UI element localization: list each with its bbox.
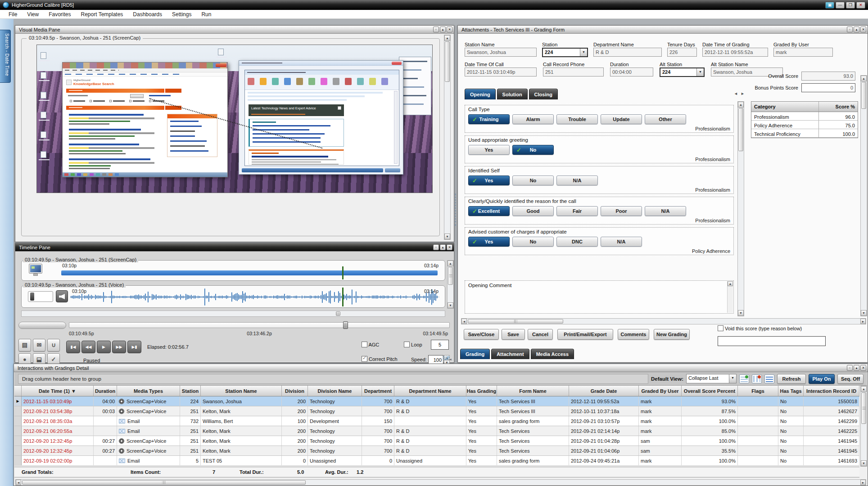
correct-pitch-checkbox[interactable] [362, 356, 367, 362]
seq-off-button[interactable]: Seq. Off [837, 374, 863, 384]
table-row[interactable]: 2012-09-20 12:32:45p00:27ScreenCap+Voice… [14, 436, 859, 446]
list-view-icon[interactable] [764, 374, 774, 383]
pane-pin-icon[interactable]: ▴ [854, 365, 859, 371]
seek-handle[interactable] [343, 321, 348, 329]
pane-restore-icon[interactable]: ▫ [847, 365, 853, 371]
score-header[interactable]: Score % [819, 102, 858, 112]
column-header-department[interactable]: Department [362, 386, 394, 396]
new-grading-button[interactable]: New Grading [654, 329, 690, 340]
option-fair[interactable]: Fair [556, 206, 598, 216]
comment-scrollbar[interactable]: ▲ [727, 281, 733, 313]
table-vscrollbar[interactable]: ▲ ▼ [860, 386, 867, 467]
column-header-station-name[interactable]: Station Name [201, 386, 282, 396]
table-row[interactable]: 2012-09-21 03:54:38p00:03ScreenCap+Voice… [14, 406, 859, 416]
grid-view-icon[interactable] [739, 374, 749, 383]
pane-restore-icon[interactable]: ▫ [433, 244, 439, 250]
column-header-department-name[interactable]: Department Name [394, 386, 466, 396]
fast-forward-button[interactable]: ▶▶ [112, 341, 126, 353]
option-n-a[interactable]: N/A [556, 176, 598, 185]
pane-pin-icon[interactable]: ▴ [440, 27, 446, 32]
print-email-export-button[interactable]: Print/Email/Export [557, 329, 613, 340]
table-row[interactable]: 2012-09-19 02:02:00pEmail5TEST 050Unassi… [14, 456, 859, 466]
screencap-image[interactable]: HigherGroundKnowledgeBase SearchLatest T… [36, 45, 433, 193]
attachment-icon[interactable]: ∪ [47, 339, 60, 351]
alt-station-select[interactable]: 224▼ [660, 68, 705, 77]
column-header-date-time-1-[interactable]: Date Time (1) ▼ [22, 386, 94, 396]
timeline-hscrollbar[interactable] [21, 310, 445, 317]
option-no[interactable]: No [512, 176, 554, 185]
duration-field[interactable]: 00:04:00 [610, 68, 653, 76]
column-header-division[interactable]: Division [282, 386, 308, 396]
voice-playhead[interactable] [342, 288, 344, 306]
station-select[interactable]: 224▼ [542, 48, 588, 57]
column-header-grade-date[interactable]: Grade Date [569, 386, 639, 396]
option-other[interactable]: Other [645, 114, 686, 124]
column-header-station[interactable]: Station [180, 386, 201, 396]
play-on-button[interactable]: Play On [809, 374, 835, 384]
rewind-button[interactable]: ◀◀ [81, 341, 95, 353]
tab-closing[interactable]: Closing [529, 89, 558, 99]
menu-run[interactable]: Run [196, 11, 216, 18]
menu-file[interactable]: File [4, 11, 22, 18]
table-row[interactable]: 2012-09-21 08:35:03aEmail732Williams, Be… [14, 416, 859, 426]
save-close-button[interactable]: Save/Close [464, 329, 499, 340]
loop-count-input[interactable]: 5 [431, 340, 449, 350]
column-header-media-types[interactable]: Media Types [117, 386, 180, 396]
menu-report-templates[interactable]: Report Templates [76, 11, 128, 18]
column-view-icon[interactable] [752, 374, 762, 383]
column-header-graded-by-user[interactable]: Graded By User [639, 386, 682, 396]
column-header-has-grading[interactable]: Has Grading [466, 386, 497, 396]
tab-scroll-arrows[interactable]: ◄► [734, 91, 747, 96]
menu-settings[interactable]: Settings [167, 11, 196, 18]
menu-dashboards[interactable]: Dashboards [128, 11, 167, 18]
volume-slider[interactable] [28, 291, 53, 302]
voice-track[interactable]: 03:10p 03:14p [21, 285, 445, 308]
option-yes[interactable]: Yes [468, 145, 510, 155]
chevron-down-icon[interactable]: ▼ [580, 49, 587, 56]
tab-grading[interactable]: Grading [460, 349, 490, 359]
column-header-has-tags[interactable]: Has Tags [778, 386, 804, 396]
column-header-division-name[interactable]: Division Name [308, 386, 362, 396]
graded-by-field[interactable]: mark [773, 48, 833, 57]
option-alarm[interactable]: Alarm [512, 114, 554, 124]
option-yes[interactable]: ✓Yes [468, 176, 510, 185]
default-view-select[interactable]: Collapse Last▼ [686, 374, 737, 383]
option-training[interactable]: ✓Training [468, 114, 510, 124]
department-name-field[interactable]: R & D [593, 48, 662, 57]
loop-checkbox[interactable] [404, 342, 410, 347]
column-header-duration[interactable]: Duration [94, 386, 117, 396]
pane-pin-icon[interactable]: ▴ [440, 244, 446, 250]
pane-close-icon[interactable]: ✕ [447, 244, 452, 250]
pane-close-icon[interactable]: ✕ [860, 365, 866, 371]
pane-close-icon[interactable]: ✕ [860, 27, 866, 32]
option-trouble[interactable]: Trouble [556, 114, 598, 124]
form-hscrollbar[interactable]: ◄ ► [461, 318, 866, 324]
seek-pill[interactable] [18, 322, 66, 329]
call-record-phone-field[interactable]: 251 [543, 68, 604, 76]
column-header-interaction-record-id[interactable]: Interaction Record ID [804, 386, 859, 396]
tab-media-access[interactable]: Media Access [531, 349, 574, 359]
tab-attachment[interactable]: Attachment [491, 349, 529, 359]
save-icon[interactable]: ▤ [18, 339, 31, 351]
tab-solution[interactable]: Solution [497, 89, 528, 99]
pane-restore-icon[interactable]: ▫ [847, 27, 853, 32]
column-header-overall-score-percent[interactable]: Overall Score Percent [682, 386, 738, 396]
group-by-area[interactable]: Drag column header here to group [18, 374, 648, 384]
voice-waveform[interactable] [70, 288, 439, 306]
grading-datetime-field[interactable]: 2012-12-11 09:55:52a [702, 48, 768, 57]
search-date-time-tab[interactable]: Search - Date Time [0, 30, 11, 83]
table-row[interactable]: 2012-09-20 12:32:45p00:27ScreenCap+Voice… [14, 446, 859, 456]
pane-restore-icon[interactable]: ▫ [433, 27, 439, 32]
opening-comment-box[interactable]: Opening Comment ▲ [465, 280, 734, 314]
question-scrollbar[interactable]: ▲ ▼ [737, 101, 744, 316]
play-button[interactable]: ▶ [97, 341, 111, 353]
chevron-down-icon[interactable]: ▼ [696, 68, 704, 76]
skip-end-button[interactable]: ▶▮ [127, 341, 141, 353]
option-update[interactable]: Update [601, 114, 642, 124]
refresh-button[interactable]: Refresh [777, 374, 806, 384]
comments-button[interactable]: Comments [618, 329, 649, 340]
email-icon[interactable]: ✉ [33, 339, 45, 351]
remote-view-icon[interactable]: ▣ [825, 2, 834, 9]
option-no[interactable]: No [512, 237, 554, 247]
close-button[interactable]: ✕ [856, 2, 865, 9]
